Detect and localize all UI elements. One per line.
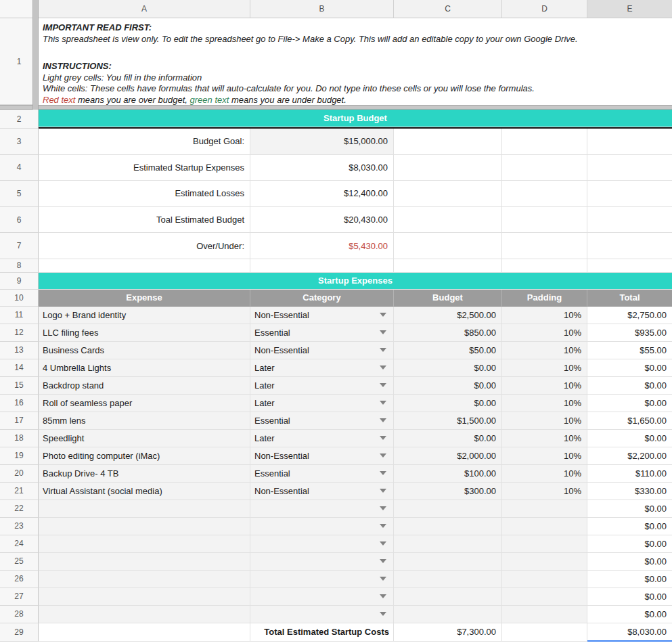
row-header[interactable]: 23: [0, 518, 39, 535]
row-header[interactable]: 25: [0, 553, 39, 571]
row-header[interactable]: 13: [0, 342, 39, 359]
budget-amount-cell[interactable]: $0.00: [394, 430, 502, 447]
budget-amount-cell[interactable]: [394, 571, 502, 588]
column-header-e-highlighted[interactable]: E: [587, 0, 672, 18]
row-header[interactable]: 6: [0, 207, 39, 234]
empty-cell[interactable]: [502, 233, 587, 259]
category-dropdown-cell[interactable]: [250, 553, 394, 571]
row-header[interactable]: 9: [0, 273, 39, 290]
frozen-row-divider[interactable]: [0, 105, 672, 110]
row-header[interactable]: 12: [0, 324, 39, 342]
budget-amount-cell[interactable]: $50.00: [394, 342, 502, 359]
expense-name-cell[interactable]: Backup Drive- 4 TB: [39, 465, 250, 483]
expense-name-cell[interactable]: [39, 571, 250, 588]
column-header-a[interactable]: A: [39, 0, 250, 18]
total-amount-cell[interactable]: $0.00: [587, 430, 672, 447]
category-dropdown-cell[interactable]: Essential: [250, 465, 394, 483]
empty-cell[interactable]: [39, 259, 250, 273]
empty-cell[interactable]: [394, 181, 502, 207]
chevron-down-icon[interactable]: [380, 506, 386, 510]
row-header[interactable]: 27: [0, 588, 39, 606]
row-header[interactable]: 28: [0, 606, 39, 623]
chevron-down-icon[interactable]: [380, 383, 386, 387]
chevron-down-icon[interactable]: [380, 471, 386, 475]
total-budget-cell[interactable]: $7,300.00: [394, 623, 502, 642]
total-amount-cell[interactable]: $0.00: [587, 395, 672, 412]
empty-cell[interactable]: [394, 259, 502, 273]
total-amount-cell[interactable]: $0.00: [587, 571, 672, 588]
budget-amount-cell[interactable]: [394, 606, 502, 623]
empty-cell[interactable]: [394, 233, 502, 259]
padding-percent-cell[interactable]: 10%: [502, 483, 587, 500]
empty-cell[interactable]: [587, 259, 672, 273]
category-dropdown-cell[interactable]: Essential: [250, 324, 394, 342]
budget-amount-cell[interactable]: $0.00: [394, 395, 502, 412]
total-amount-cell[interactable]: $0.00: [587, 606, 672, 623]
category-dropdown-cell[interactable]: Later: [250, 359, 394, 377]
column-header-b[interactable]: B: [250, 0, 394, 18]
expense-name-cell[interactable]: LLC filing fees: [39, 324, 250, 342]
budget-amount-cell[interactable]: $2,500.00: [394, 307, 502, 324]
expense-name-cell[interactable]: Logo + Brand identity: [39, 307, 250, 324]
padding-percent-cell[interactable]: 10%: [502, 359, 587, 377]
total-amount-cell[interactable]: $0.00: [587, 377, 672, 395]
row-header[interactable]: 5: [0, 181, 39, 207]
padding-percent-cell[interactable]: [502, 535, 587, 553]
padding-percent-cell[interactable]: [502, 571, 587, 588]
chevron-down-icon[interactable]: [380, 489, 386, 493]
chevron-down-icon[interactable]: [380, 418, 386, 422]
budget-label-cell[interactable]: Estimated Startup Expenses: [39, 155, 250, 181]
row-header[interactable]: 2: [0, 110, 39, 129]
budget-amount-cell[interactable]: $1,500.00: [394, 412, 502, 430]
padding-percent-cell[interactable]: 10%: [502, 377, 587, 395]
row-header[interactable]: 4: [0, 155, 39, 181]
budget-amount-cell[interactable]: [394, 588, 502, 606]
budget-amount-cell[interactable]: [394, 500, 502, 518]
chevron-down-icon[interactable]: [380, 594, 386, 598]
empty-cell[interactable]: [587, 233, 672, 259]
budget-value-cell[interactable]: $15,000.00: [250, 129, 394, 155]
budget-amount-cell[interactable]: $0.00: [394, 359, 502, 377]
padding-percent-cell[interactable]: 10%: [502, 324, 587, 342]
expense-name-cell[interactable]: [39, 500, 250, 518]
padding-percent-cell[interactable]: 10%: [502, 447, 587, 465]
budget-label-cell[interactable]: Over/Under:: [39, 233, 250, 259]
total-amount-cell[interactable]: $55.00: [587, 342, 672, 359]
budget-amount-cell[interactable]: $300.00: [394, 483, 502, 500]
empty-cell[interactable]: [587, 129, 672, 155]
row-header[interactable]: 21: [0, 483, 39, 500]
category-dropdown-cell[interactable]: Non-Essential: [250, 342, 394, 359]
category-dropdown-cell[interactable]: [250, 606, 394, 623]
empty-cell[interactable]: [502, 623, 587, 642]
expense-name-cell[interactable]: Virtual Assistant (social media): [39, 483, 250, 500]
total-amount-cell[interactable]: $2,750.00: [587, 307, 672, 324]
category-dropdown-cell[interactable]: Later: [250, 395, 394, 412]
empty-cell[interactable]: [394, 207, 502, 234]
row-header[interactable]: 18: [0, 430, 39, 447]
padding-percent-cell[interactable]: 10%: [502, 465, 587, 483]
row-header[interactable]: 7: [0, 233, 39, 259]
total-amount-cell[interactable]: $0.00: [587, 535, 672, 553]
empty-cell[interactable]: [587, 155, 672, 181]
empty-cell[interactable]: [502, 207, 587, 234]
category-dropdown-cell[interactable]: Non-Essential: [250, 307, 394, 324]
row-header[interactable]: 17: [0, 412, 39, 430]
chevron-down-icon[interactable]: [380, 401, 386, 405]
expense-name-cell[interactable]: [39, 588, 250, 606]
row-header[interactable]: 29: [0, 623, 39, 642]
category-dropdown-cell[interactable]: [250, 588, 394, 606]
budget-amount-cell[interactable]: $850.00: [394, 324, 502, 342]
empty-cell[interactable]: [39, 623, 250, 642]
empty-cell[interactable]: [250, 259, 394, 273]
instructions-cell[interactable]: IMPORTANT READ FIRST: This spreadsheet i…: [39, 18, 672, 105]
row-header[interactable]: 10: [0, 290, 39, 307]
category-dropdown-cell[interactable]: [250, 535, 394, 553]
chevron-down-icon[interactable]: [380, 559, 386, 563]
empty-cell[interactable]: [502, 181, 587, 207]
expense-name-cell[interactable]: [39, 606, 250, 623]
frozen-pane-corner-bar[interactable]: [32, 0, 39, 110]
category-dropdown-cell[interactable]: Later: [250, 430, 394, 447]
budget-value-cell[interactable]: $8,030.00: [250, 155, 394, 181]
category-dropdown-cell[interactable]: [250, 500, 394, 518]
total-amount-cell[interactable]: $0.00: [587, 588, 672, 606]
